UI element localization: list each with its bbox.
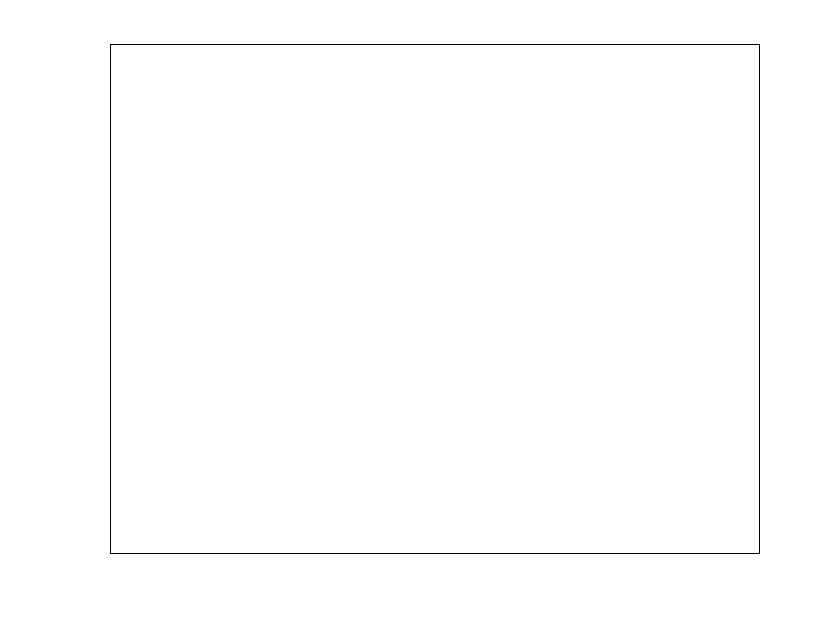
heatmap-plot-area — [110, 44, 760, 554]
chart-container — [0, 0, 840, 630]
x-axis-ticks — [110, 554, 760, 584]
y-axis-ticks — [60, 44, 105, 554]
heatmap-canvas — [111, 45, 759, 553]
